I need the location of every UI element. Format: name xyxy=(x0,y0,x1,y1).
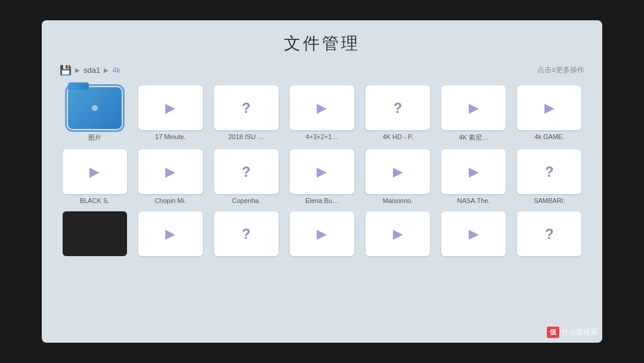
breadcrumb-arrow-2: ▶ xyxy=(104,67,109,73)
file-thumb: ? xyxy=(214,149,278,194)
play-icon: ▶ xyxy=(165,164,175,180)
file-name: 2018 ISU … xyxy=(228,133,264,140)
breadcrumb-4k[interactable]: 4k xyxy=(112,66,120,75)
list-item[interactable]: ▶ xyxy=(439,211,509,259)
watermark-text: 什么值得买 xyxy=(562,327,597,337)
play-icon: ▶ xyxy=(469,100,479,116)
file-thumb: ▶ xyxy=(63,149,127,194)
list-item[interactable]: 图片 xyxy=(60,85,129,142)
file-name: 4K HD - P. xyxy=(383,133,413,140)
play-icon: ▶ xyxy=(544,100,555,116)
files-grid: 图片 ▶ 17 Minute. ? 2018 ISU … ▶ 4+3+2+1… … xyxy=(60,85,584,259)
play-icon: ▶ xyxy=(89,164,100,180)
play-icon: ▶ xyxy=(469,164,479,180)
watermark: 值 什么值得买 xyxy=(547,327,597,338)
list-item[interactable]: ▶ BLACK S. xyxy=(60,149,129,204)
play-icon: ▶ xyxy=(393,164,403,180)
file-thumb: ▶ xyxy=(290,149,354,194)
play-icon: ▶ xyxy=(317,226,327,242)
file-thumb: ▶ xyxy=(138,85,203,130)
folder-thumb xyxy=(63,85,127,130)
file-name: 4+3+2+1… xyxy=(306,133,339,140)
list-item[interactable]: ▶ xyxy=(363,211,433,259)
list-item[interactable]: ▶ 4k GAME. xyxy=(515,85,584,142)
question-icon: ? xyxy=(242,164,251,180)
file-thumb: ▶ xyxy=(138,149,203,194)
file-thumb: ? xyxy=(366,85,430,130)
file-name: NASA.The. xyxy=(457,197,490,204)
breadcrumb-sda1[interactable]: sda1 xyxy=(83,66,100,75)
file-thumb: ▶ xyxy=(441,211,506,256)
list-item[interactable]: ? SAMBARI. xyxy=(515,149,584,204)
list-item[interactable]: ? Copenha. xyxy=(211,149,281,204)
list-item[interactable]: ▶ xyxy=(287,211,357,259)
play-icon: ▶ xyxy=(469,226,479,242)
file-name: 4k GAME. xyxy=(534,133,564,140)
list-item[interactable]: ▶ Elena Bu… xyxy=(287,149,357,204)
more-actions[interactable]: 点击≡更多操作 xyxy=(537,65,584,75)
file-name: Chopin Mi. xyxy=(154,197,186,204)
file-manager-screen: 文件管理 💾 ▶ sda1 ▶ 4k 点击≡更多操作 图片 ▶ 17 Minut… xyxy=(42,20,602,343)
list-item[interactable]: ▶ 17 Minute. xyxy=(135,85,205,142)
file-thumb: ▶ xyxy=(517,85,581,130)
play-icon: ▶ xyxy=(317,100,327,116)
question-icon: ? xyxy=(545,226,554,242)
file-name: 17 Minute. xyxy=(155,133,185,140)
list-item[interactable]: ? xyxy=(211,211,281,259)
list-item[interactable]: ▶ Maisonno. xyxy=(363,149,433,204)
file-name: BLACK S. xyxy=(80,197,110,204)
file-name: Copenha. xyxy=(232,197,261,204)
file-thumb: ▶ xyxy=(441,149,506,194)
question-icon: ? xyxy=(242,226,251,242)
page-title: 文件管理 xyxy=(60,32,584,55)
folder-icon xyxy=(68,87,122,129)
watermark-logo: 值 xyxy=(547,327,559,338)
play-icon: ▶ xyxy=(165,100,175,116)
play-icon: ▶ xyxy=(317,164,327,180)
question-icon: ? xyxy=(242,100,251,116)
file-thumb: ▶ xyxy=(138,211,203,256)
question-icon: ? xyxy=(545,164,554,180)
file-name: 4K 索尼… xyxy=(459,133,489,142)
file-thumb: ? xyxy=(517,149,581,194)
list-item[interactable]: ▶ 4+3+2+1… xyxy=(287,85,357,142)
play-icon: ▶ xyxy=(393,226,403,242)
file-name: 图片 xyxy=(88,133,101,142)
list-item[interactable]: ▶ 4K 索尼… xyxy=(439,85,509,142)
file-thumb: ▶ xyxy=(290,211,354,256)
file-thumb: ▶ xyxy=(290,85,354,130)
list-item[interactable]: ▶ NASA.The. xyxy=(439,149,509,204)
black-thumb xyxy=(63,211,127,256)
list-item[interactable]: ? xyxy=(515,211,584,259)
breadcrumb: 💾 ▶ sda1 ▶ 4k 点击≡更多操作 xyxy=(60,64,584,76)
file-thumb: ▶ xyxy=(366,211,430,256)
disk-icon: 💾 xyxy=(60,64,72,76)
file-thumb: ? xyxy=(517,211,581,256)
file-name: Elena Bu… xyxy=(305,197,339,204)
list-item[interactable]: ? 4K HD - P. xyxy=(363,85,433,142)
list-item[interactable]: ▶ xyxy=(135,211,205,259)
list-item[interactable] xyxy=(60,211,129,259)
play-icon: ▶ xyxy=(165,226,175,242)
file-thumb: ▶ xyxy=(441,85,506,130)
file-thumb: ? xyxy=(214,211,278,256)
list-item[interactable]: ▶ Chopin Mi. xyxy=(135,149,205,204)
file-thumb: ? xyxy=(214,85,278,130)
file-thumb: ▶ xyxy=(366,149,430,194)
folder-dot xyxy=(92,105,98,111)
question-icon: ? xyxy=(394,100,402,116)
file-name: SAMBARI. xyxy=(534,197,565,204)
list-item[interactable]: ? 2018 ISU … xyxy=(211,85,281,142)
breadcrumb-arrow-1: ▶ xyxy=(75,67,80,73)
file-name: Maisonno. xyxy=(383,197,413,204)
